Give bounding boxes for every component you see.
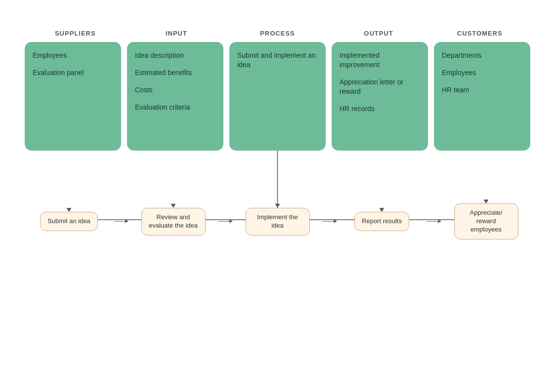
flow-node-appreciate: Appreciate/ reward employees — [454, 203, 518, 239]
box-item: HR records — [340, 104, 420, 114]
box-customers: DepartmentsEmployeesHR team — [434, 42, 530, 151]
flow-node-implement: Implement the idea — [246, 208, 310, 235]
box-item: Departments — [442, 51, 522, 60]
box-process: Submit and implement an idea — [229, 42, 326, 151]
box-item: Evaluation criteria — [135, 103, 215, 112]
flow-node-wrapper-report: Report results — [338, 212, 426, 231]
flow-node-wrapper-appreciate: Appreciate/ reward employees — [442, 203, 530, 239]
svg-marker-11 — [484, 199, 489, 203]
arrow-connector — [218, 221, 232, 222]
arrow-line — [427, 221, 441, 222]
box-item: Implemented improvement — [340, 51, 420, 70]
box-item: Submit and implement an idea — [237, 51, 318, 70]
arrow-connector — [114, 221, 128, 222]
arrow-connector — [323, 221, 337, 222]
flow-node-submit: Submit an idea — [40, 212, 98, 231]
box-input: Idea descriptionEstimated benefitsCostsE… — [127, 42, 223, 151]
box-item: HR team — [442, 85, 522, 95]
header-suppliers: SUPPLIERS — [25, 30, 126, 37]
box-item: Appreciation letter or reward — [340, 78, 420, 96]
box-item: Evaluation panel — [33, 68, 113, 78]
arrow-line — [218, 221, 232, 222]
box-output: Implemented improvementAppreciation lett… — [332, 42, 428, 151]
arrow-line — [323, 221, 337, 222]
box-item: Employees — [33, 51, 113, 60]
headers-row: SUPPLIERSINPUTPROCESSOUTPUTCUSTOMERS — [20, 30, 535, 37]
sipoc-container: SUPPLIERSINPUTPROCESSOUTPUTCUSTOMERS Emp… — [20, 30, 535, 249]
flow-node-wrapper-implement: Implement the idea — [233, 208, 322, 235]
header-input: INPUT — [126, 30, 227, 37]
box-suppliers: EmployeesEvaluation panel — [25, 42, 121, 151]
flow-nodes: Submit an ideaReview and evaluate the id… — [25, 203, 530, 239]
flow-node-report: Report results — [354, 212, 409, 231]
flow-node-wrapper-submit: Submit an idea — [25, 212, 113, 231]
header-customers: CUSTOMERS — [429, 30, 530, 37]
box-item: Estimated benefits — [135, 68, 215, 78]
page: SUPPLIERSINPUTPROCESSOUTPUTCUSTOMERS Emp… — [0, 0, 555, 392]
box-item: Costs — [135, 85, 215, 95]
flow-node-review: Review and evaluate the idea — [141, 208, 206, 235]
header-output: OUTPUT — [328, 30, 429, 37]
flow-node-wrapper-review: Review and evaluate the idea — [129, 208, 217, 235]
arrow-line — [114, 221, 128, 222]
boxes-row: EmployeesEvaluation panelIdea descriptio… — [20, 42, 535, 151]
arrow-connector — [427, 221, 441, 222]
box-item: Employees — [442, 68, 522, 78]
box-item: Idea description — [135, 51, 215, 60]
header-process: PROCESS — [227, 30, 328, 37]
flow-area: Submit an ideaReview and evaluate the id… — [20, 151, 535, 249]
